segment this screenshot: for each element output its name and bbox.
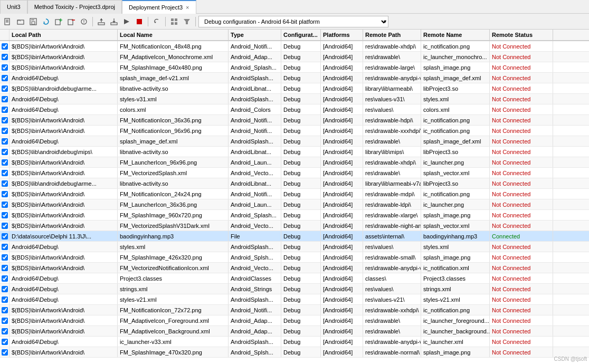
open-btn[interactable] [15, 16, 26, 27]
col-header-local-name[interactable]: Local Name [118, 30, 229, 40]
table-row[interactable]: Android64\Debug\styles-v21.xmlAndroidSpl… [0, 294, 589, 305]
cell-local-path: $(BDS)\bin\Artwork\Android\ [10, 210, 118, 220]
row-checkbox[interactable] [0, 252, 10, 262]
table-row[interactable]: $(BDS)\bin\Artwork\Android\FM_Vectorized… [0, 221, 589, 231]
row-checkbox[interactable] [0, 168, 10, 178]
view-btn[interactable] [168, 16, 180, 27]
sep2 [148, 17, 148, 26]
table-row[interactable]: $(BDS)\bin\Artwork\Android\FM_LauncherIc… [0, 199, 589, 210]
upload-btn[interactable] [96, 16, 107, 27]
row-checkbox[interactable] [0, 94, 10, 104]
table-row[interactable]: $(BDS)\bin\Artwork\Android\FM_Notificati… [0, 189, 589, 199]
table-row[interactable]: $(BDS)\bin\Artwork\Android\FM_SplashImag… [0, 62, 589, 73]
row-checkbox[interactable] [0, 199, 10, 209]
table-row[interactable]: $(BDS)\bin\Artwork\Android\FM_AdaptiveIc… [0, 315, 589, 326]
cell-local-name: styles-v21.xml [118, 294, 229, 304]
tab-unit3[interactable]: Unit3 [0, 0, 27, 14]
cell-local-path: Android64\Debug\ [10, 73, 118, 83]
row-checkbox[interactable] [0, 83, 10, 93]
table-row[interactable]: Android64\Debug\splash_image_def-v21.xml… [0, 73, 589, 83]
row-checkbox[interactable] [0, 263, 10, 273]
tab-deployment-project3[interactable]: Deployment Project3× [122, 0, 196, 14]
col-header-check[interactable] [0, 30, 10, 40]
row-checkbox[interactable] [0, 189, 10, 199]
row-checkbox[interactable] [0, 221, 10, 231]
col-header-type[interactable]: Type [229, 30, 281, 40]
options-btn[interactable] [78, 16, 90, 27]
new-btn[interactable] [2, 16, 14, 27]
table-row[interactable]: $(BDS)\bin\Artwork\Android\FM_LauncherIc… [0, 157, 589, 168]
table-row[interactable]: $(BDS)\lib\android\debug\arme...libnativ… [0, 178, 589, 189]
row-checkbox[interactable] [0, 210, 10, 220]
row-checkbox[interactable] [0, 326, 10, 336]
cell-type: Android_Splash... [229, 62, 281, 72]
row-checkbox[interactable] [0, 273, 10, 283]
table-row[interactable]: $(BDS)\bin\Artwork\Android\FM_Vectorized… [0, 168, 589, 178]
deploy-btn[interactable] [121, 16, 132, 27]
row-checkbox[interactable] [0, 136, 10, 146]
row-checkbox[interactable] [0, 347, 10, 357]
download-btn[interactable] [108, 16, 120, 27]
row-checkbox[interactable] [0, 147, 10, 157]
tab-method-toxicity---project3.dproj[interactable]: Method Toxicity - Project3.dproj [27, 0, 122, 14]
table-row[interactable]: $(BDS)\bin\Artwork\Android\FM_Notificati… [0, 126, 589, 136]
refresh-btn[interactable] [40, 16, 52, 27]
col-header-status[interactable]: Remote Status [490, 30, 553, 40]
col-header-local-path[interactable]: Local Path [10, 30, 118, 40]
table-row[interactable]: $(BDS)\lib\android\debug\mips\libnative-… [0, 147, 589, 157]
row-checkbox[interactable] [0, 231, 10, 241]
row-checkbox[interactable] [0, 104, 10, 114]
row-checkbox[interactable] [0, 242, 10, 252]
cell-platforms: [Android64] [321, 242, 363, 252]
table-row[interactable]: $(BDS)\bin\Artwork\Android\FM_Notificati… [0, 305, 589, 315]
row-checkbox[interactable] [0, 178, 10, 188]
tab-close-btn[interactable]: × [186, 4, 189, 11]
row-checkbox[interactable] [0, 115, 10, 125]
save-btn[interactable] [27, 16, 39, 27]
cell-local-path: $(BDS)\bin\Artwork\Android\ [10, 126, 118, 136]
table-row[interactable]: $(BDS)\bin\Artwork\Android\FM_SplashImag… [0, 347, 589, 358]
table-row[interactable]: Android64\Debug\Project3.classesAndroidC… [0, 273, 589, 284]
cell-platforms: [Android64] [321, 252, 363, 262]
cell-local-name: FM_VectorizedSplashV31Dark.xml [118, 221, 229, 231]
table-row[interactable]: Android64\Debug\strings.xmlAndroid_Strin… [0, 284, 589, 294]
row-checkbox[interactable] [0, 41, 10, 51]
table-row[interactable]: Android64\Debug\splash_image_def.xmlAndr… [0, 136, 589, 147]
table-row[interactable]: D:\data\source\Delphi 11.3\J\...baodingy… [0, 231, 589, 242]
table-row[interactable]: Android64\Debug\styles-v31.xmlAndroidSpl… [0, 94, 589, 104]
row-checkbox[interactable] [0, 126, 10, 136]
table-row[interactable]: $(BDS)\bin\Artwork\Android\FM_Notificati… [0, 41, 589, 52]
table-row[interactable]: $(BDS)\bin\Artwork\Android\FM_AdaptiveIc… [0, 52, 589, 62]
undo-btn[interactable] [151, 16, 163, 27]
row-checkbox[interactable] [0, 52, 10, 62]
config-select[interactable]: Debug configuration - Android 64-bit pla… [198, 16, 388, 27]
row-checkbox[interactable] [0, 62, 10, 72]
row-checkbox[interactable] [0, 157, 10, 167]
col-header-platforms[interactable]: Platforms [321, 30, 363, 40]
row-checkbox[interactable] [0, 337, 10, 347]
filter-btn[interactable] [181, 16, 193, 27]
table-row[interactable]: Android64\Debug\ic_launcher-v33.xmlAndro… [0, 337, 589, 347]
remove-btn[interactable] [65, 16, 77, 27]
col-header-remote-path[interactable]: Remote Path [363, 30, 421, 40]
table-row[interactable]: $(BDS)\bin\Artwork\Android\FM_Notificati… [0, 115, 589, 126]
col-header-remote-name[interactable]: Remote Name [421, 30, 490, 40]
row-checkbox[interactable] [0, 305, 10, 315]
table-row[interactable]: $(BDS)\bin\Artwork\Android\FM_Vectorized… [0, 263, 589, 273]
add-files-btn[interactable] [53, 16, 64, 27]
table-row[interactable]: $(BDS)\bin\Artwork\Android\FM_SplashImag… [0, 252, 589, 263]
stop-btn[interactable] [134, 16, 145, 27]
cell-local-name: FM_NotificationIcon_48x48.png [118, 41, 229, 51]
table-row[interactable]: Android64\Debug\colors.xmlAndroid_Colors… [0, 104, 589, 115]
table-row[interactable]: $(BDS)\lib\android\debug\arme...libnativ… [0, 83, 589, 94]
row-checkbox[interactable] [0, 284, 10, 294]
config-wrapper[interactable]: Debug configuration - Android 64-bit pla… [198, 16, 388, 27]
row-checkbox[interactable] [0, 315, 10, 325]
cell-remote-path: res\drawable-ldpi\ [363, 199, 421, 209]
col-header-config[interactable]: Configurat... [281, 30, 321, 40]
row-checkbox[interactable] [0, 73, 10, 83]
row-checkbox[interactable] [0, 294, 10, 304]
table-row[interactable]: Android64\Debug\styles.xmlAndroidSplash.… [0, 242, 589, 252]
table-row[interactable]: $(BDS)\bin\Artwork\Android\FM_SplashImag… [0, 210, 589, 221]
table-row[interactable]: $(BDS)\bin\Artwork\Android\FM_AdaptiveIc… [0, 326, 589, 337]
